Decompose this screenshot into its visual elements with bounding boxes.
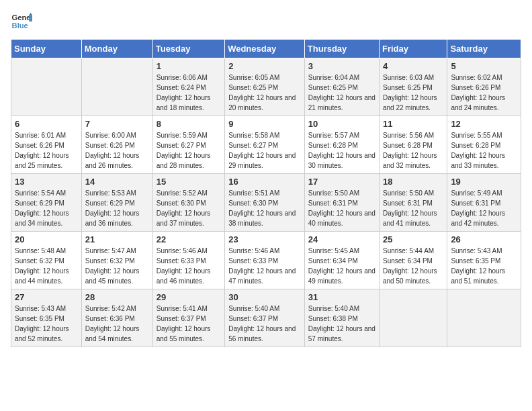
day-info: Sunrise: 5:54 AMSunset: 6:29 PMDaylight:… — [15, 188, 78, 228]
day-info: Sunrise: 5:51 AMSunset: 6:30 PMDaylight:… — [228, 188, 301, 228]
day-number: 10 — [308, 119, 375, 129]
day-number: 14 — [85, 177, 149, 187]
calendar-cell: 17Sunrise: 5:50 AMSunset: 6:31 PMDayligh… — [304, 174, 379, 232]
calendar-cell: 19Sunrise: 5:49 AMSunset: 6:31 PMDayligh… — [447, 174, 521, 232]
logo: General Blue — [11, 11, 32, 32]
day-info: Sunrise: 6:00 AMSunset: 6:26 PMDaylight:… — [85, 130, 149, 171]
day-info: Sunrise: 5:48 AMSunset: 6:32 PMDaylight:… — [15, 246, 78, 286]
day-number: 19 — [451, 177, 517, 187]
day-info: Sunrise: 5:40 AMSunset: 6:37 PMDaylight:… — [228, 304, 301, 344]
day-number: 9 — [228, 119, 301, 129]
calendar-cell: 15Sunrise: 5:52 AMSunset: 6:30 PMDayligh… — [152, 174, 224, 232]
day-number: 22 — [157, 234, 221, 244]
day-number: 24 — [308, 234, 375, 244]
weekday-header-row: SundayMondayTuesdayWednesdayThursdayFrid… — [11, 40, 521, 58]
weekday-header: Monday — [81, 40, 152, 58]
calendar-cell: 5Sunrise: 6:02 AMSunset: 6:26 PMDaylight… — [447, 58, 521, 116]
day-number: 1 — [157, 61, 221, 71]
calendar-cell: 6Sunrise: 6:01 AMSunset: 6:26 PMDaylight… — [11, 116, 82, 174]
svg-marker-2 — [29, 15, 32, 21]
day-number: 23 — [228, 234, 301, 244]
svg-text:Blue: Blue — [12, 21, 28, 30]
day-number: 15 — [157, 177, 221, 187]
day-number: 21 — [85, 234, 149, 244]
day-info: Sunrise: 6:06 AMSunset: 6:24 PMDaylight:… — [157, 73, 221, 113]
calendar-week-row: 13Sunrise: 5:54 AMSunset: 6:29 PMDayligh… — [11, 174, 521, 232]
day-info: Sunrise: 5:59 AMSunset: 6:27 PMDaylight:… — [157, 130, 221, 171]
calendar-cell: 27Sunrise: 5:43 AMSunset: 6:35 PMDayligh… — [11, 289, 82, 347]
logo-icon: General Blue — [11, 11, 32, 32]
day-number: 26 — [451, 234, 517, 244]
day-number: 28 — [85, 292, 149, 302]
day-number: 2 — [228, 61, 301, 71]
weekday-header: Sunday — [11, 40, 82, 58]
calendar-cell: 28Sunrise: 5:42 AMSunset: 6:36 PMDayligh… — [81, 289, 152, 347]
day-number: 31 — [308, 292, 375, 302]
calendar-cell: 16Sunrise: 5:51 AMSunset: 6:30 PMDayligh… — [225, 174, 305, 232]
day-number: 7 — [85, 119, 149, 129]
day-number: 25 — [383, 234, 443, 244]
calendar-cell: 13Sunrise: 5:54 AMSunset: 6:29 PMDayligh… — [11, 174, 82, 232]
calendar-cell: 8Sunrise: 5:59 AMSunset: 6:27 PMDaylight… — [152, 116, 224, 174]
weekday-header: Friday — [379, 40, 447, 58]
day-info: Sunrise: 6:03 AMSunset: 6:25 PMDaylight:… — [383, 73, 443, 113]
calendar-cell: 7Sunrise: 6:00 AMSunset: 6:26 PMDaylight… — [81, 116, 152, 174]
calendar-cell: 9Sunrise: 5:58 AMSunset: 6:27 PMDaylight… — [225, 116, 305, 174]
day-number: 6 — [15, 119, 78, 129]
day-info: Sunrise: 6:04 AMSunset: 6:25 PMDaylight:… — [308, 73, 375, 113]
calendar-week-row: 20Sunrise: 5:48 AMSunset: 6:32 PMDayligh… — [11, 232, 521, 289]
calendar-week-row: 27Sunrise: 5:43 AMSunset: 6:35 PMDayligh… — [11, 289, 521, 347]
calendar-cell: 24Sunrise: 5:45 AMSunset: 6:34 PMDayligh… — [304, 232, 379, 289]
calendar-cell: 4Sunrise: 6:03 AMSunset: 6:25 PMDaylight… — [379, 58, 447, 116]
calendar-cell: 20Sunrise: 5:48 AMSunset: 6:32 PMDayligh… — [11, 232, 82, 289]
day-info: Sunrise: 6:05 AMSunset: 6:25 PMDaylight:… — [228, 73, 301, 113]
day-number: 3 — [308, 61, 375, 71]
weekday-header: Wednesday — [225, 40, 305, 58]
calendar-cell: 2Sunrise: 6:05 AMSunset: 6:25 PMDaylight… — [225, 58, 305, 116]
day-info: Sunrise: 5:49 AMSunset: 6:31 PMDaylight:… — [451, 188, 517, 228]
calendar-cell: 25Sunrise: 5:44 AMSunset: 6:34 PMDayligh… — [379, 232, 447, 289]
calendar-cell: 10Sunrise: 5:57 AMSunset: 6:28 PMDayligh… — [304, 116, 379, 174]
calendar-week-row: 6Sunrise: 6:01 AMSunset: 6:26 PMDaylight… — [11, 116, 521, 174]
weekday-header: Tuesday — [152, 40, 224, 58]
calendar-cell: 29Sunrise: 5:41 AMSunset: 6:37 PMDayligh… — [152, 289, 224, 347]
day-number: 20 — [15, 234, 78, 244]
day-info: Sunrise: 5:43 AMSunset: 6:35 PMDaylight:… — [15, 304, 78, 344]
day-info: Sunrise: 5:55 AMSunset: 6:28 PMDaylight:… — [451, 130, 517, 171]
day-number: 27 — [15, 292, 78, 302]
day-info: Sunrise: 5:57 AMSunset: 6:28 PMDaylight:… — [308, 130, 375, 171]
calendar-cell — [379, 289, 447, 347]
weekday-header: Thursday — [304, 40, 379, 58]
calendar-cell — [81, 58, 152, 116]
calendar-cell: 12Sunrise: 5:55 AMSunset: 6:28 PMDayligh… — [447, 116, 521, 174]
day-info: Sunrise: 5:46 AMSunset: 6:33 PMDaylight:… — [228, 246, 301, 286]
day-info: Sunrise: 5:44 AMSunset: 6:34 PMDaylight:… — [383, 246, 443, 286]
day-number: 18 — [383, 177, 443, 187]
day-info: Sunrise: 5:40 AMSunset: 6:38 PMDaylight:… — [308, 304, 375, 344]
day-info: Sunrise: 5:43 AMSunset: 6:35 PMDaylight:… — [451, 246, 517, 286]
calendar-cell: 3Sunrise: 6:04 AMSunset: 6:25 PMDaylight… — [304, 58, 379, 116]
calendar-cell: 14Sunrise: 5:53 AMSunset: 6:29 PMDayligh… — [81, 174, 152, 232]
day-number: 17 — [308, 177, 375, 187]
calendar-cell: 21Sunrise: 5:47 AMSunset: 6:32 PMDayligh… — [81, 232, 152, 289]
day-number: 30 — [228, 292, 301, 302]
calendar-cell: 1Sunrise: 6:06 AMSunset: 6:24 PMDaylight… — [152, 58, 224, 116]
day-info: Sunrise: 5:56 AMSunset: 6:28 PMDaylight:… — [383, 130, 443, 171]
day-number: 11 — [383, 119, 443, 129]
day-info: Sunrise: 5:42 AMSunset: 6:36 PMDaylight:… — [85, 304, 149, 344]
calendar-cell: 31Sunrise: 5:40 AMSunset: 6:38 PMDayligh… — [304, 289, 379, 347]
day-number: 5 — [451, 61, 517, 71]
day-info: Sunrise: 5:46 AMSunset: 6:33 PMDaylight:… — [157, 246, 221, 286]
day-info: Sunrise: 5:41 AMSunset: 6:37 PMDaylight:… — [157, 304, 221, 344]
calendar-cell — [447, 289, 521, 347]
day-info: Sunrise: 5:47 AMSunset: 6:32 PMDaylight:… — [85, 246, 149, 286]
day-number: 13 — [15, 177, 78, 187]
calendar-cell: 18Sunrise: 5:50 AMSunset: 6:31 PMDayligh… — [379, 174, 447, 232]
calendar-cell: 11Sunrise: 5:56 AMSunset: 6:28 PMDayligh… — [379, 116, 447, 174]
calendar-cell — [11, 58, 82, 116]
day-info: Sunrise: 5:58 AMSunset: 6:27 PMDaylight:… — [228, 130, 301, 171]
calendar-table: SundayMondayTuesdayWednesdayThursdayFrid… — [11, 39, 521, 347]
day-number: 29 — [157, 292, 221, 302]
weekday-header: Saturday — [447, 40, 521, 58]
day-number: 16 — [228, 177, 301, 187]
